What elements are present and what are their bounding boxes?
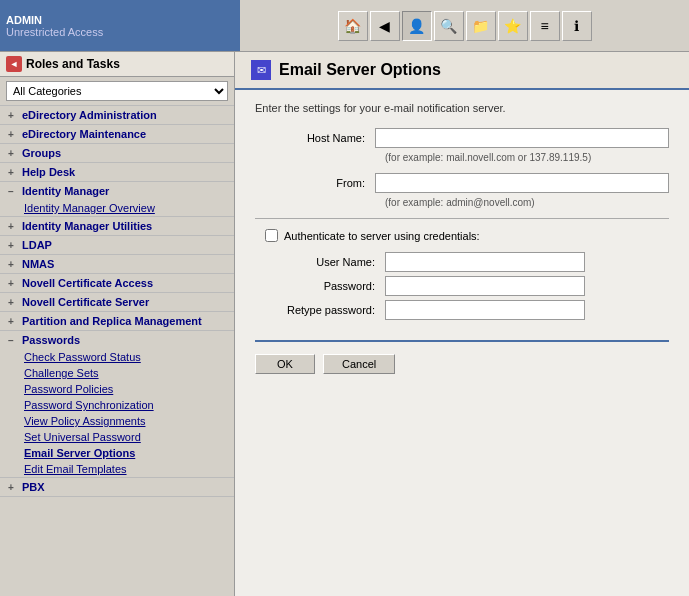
sidebar-group-ldap: +LDAP bbox=[0, 236, 234, 255]
sidebar-scroll-area: +eDirectory Administration+eDirectory Ma… bbox=[0, 106, 234, 590]
host-name-label: Host Name: bbox=[255, 132, 375, 144]
sidebar-group-label-edirectory-admin: eDirectory Administration bbox=[22, 109, 157, 121]
sidebar-group-header-novell-cert-access[interactable]: +Novell Certificate Access bbox=[0, 274, 234, 292]
sidebar-link-view-policy-assignments[interactable]: View Policy Assignments bbox=[18, 413, 234, 429]
home-icon-btn[interactable]: 🏠 bbox=[338, 11, 368, 41]
folder-icon-btn[interactable]: 📁 bbox=[466, 11, 496, 41]
password-row: Password: bbox=[265, 276, 669, 296]
sidebar-group-label-identity-manager-utilities: Identity Manager Utilities bbox=[22, 220, 152, 232]
from-label: From: bbox=[255, 177, 375, 189]
content-body: Enter the settings for your e-mail notif… bbox=[235, 90, 689, 386]
expand-icon-identity-manager-utilities: + bbox=[8, 221, 18, 232]
expand-icon-novell-cert-server: + bbox=[8, 297, 18, 308]
password-input[interactable] bbox=[385, 276, 585, 296]
sidebar-group-label-ldap: LDAP bbox=[22, 239, 52, 251]
sidebar-group-partition-replica: +Partition and Replica Management bbox=[0, 312, 234, 331]
info-icon-btn[interactable]: ℹ bbox=[562, 11, 592, 41]
sidebar-group-label-help-desk: Help Desk bbox=[22, 166, 75, 178]
sidebar-group-passwords: –PasswordsCheck Password StatusChallenge… bbox=[0, 331, 234, 478]
sidebar-group-header-identity-manager[interactable]: –Identity Manager bbox=[0, 182, 234, 200]
expand-icon-identity-manager: – bbox=[8, 186, 18, 197]
sidebar-group-label-partition-replica: Partition and Replica Management bbox=[22, 315, 202, 327]
admin-sublabel: Unrestricted Access bbox=[6, 26, 234, 38]
ok-button[interactable]: OK bbox=[255, 354, 315, 374]
user-icon-btn[interactable]: 👤 bbox=[402, 11, 432, 41]
expand-icon-pbx: + bbox=[8, 482, 18, 493]
sidebar-group-label-edirectory-maint: eDirectory Maintenance bbox=[22, 128, 146, 140]
sidebar-group-identity-manager: –Identity ManagerIdentity Manager Overvi… bbox=[0, 182, 234, 217]
password-label: Password: bbox=[265, 280, 385, 292]
sidebar-group-header-nmas[interactable]: +NMAS bbox=[0, 255, 234, 273]
host-name-hint: (for example: mail.novell.com or 137.89.… bbox=[385, 152, 669, 163]
sidebar-title: Roles and Tasks bbox=[26, 57, 120, 71]
content-header: ✉ Email Server Options bbox=[235, 52, 689, 90]
user-name-input[interactable] bbox=[385, 252, 585, 272]
sidebar-header: ◄ Roles and Tasks bbox=[0, 52, 234, 77]
authenticate-checkbox[interactable] bbox=[265, 229, 278, 242]
sidebar-group-edirectory-admin: +eDirectory Administration bbox=[0, 106, 234, 125]
sidebar-link-set-universal-password[interactable]: Set Universal Password bbox=[18, 429, 234, 445]
sidebar-group-pbx: +PBX bbox=[0, 478, 234, 497]
button-row: OK Cancel bbox=[255, 340, 669, 374]
sidebar-group-header-ldap[interactable]: +LDAP bbox=[0, 236, 234, 254]
sidebar-group-header-help-desk[interactable]: +Help Desk bbox=[0, 163, 234, 181]
sidebar-group-groups: +Groups bbox=[0, 144, 234, 163]
sidebar-group-label-pbx: PBX bbox=[22, 481, 45, 493]
header: ADMIN Unrestricted Access 🏠 ◀ 👤 🔍 📁 ⭐ ≡ … bbox=[0, 0, 689, 52]
category-select[interactable]: All Categories bbox=[6, 81, 228, 101]
expand-icon-edirectory-maint: + bbox=[8, 129, 18, 140]
sidebar: ◄ Roles and Tasks All Categories +eDirec… bbox=[0, 52, 235, 596]
sidebar-link-identity-manager-overview[interactable]: Identity Manager Overview bbox=[18, 200, 234, 216]
sidebar-group-header-pbx[interactable]: +PBX bbox=[0, 478, 234, 496]
sidebar-group-identity-manager-utilities: +Identity Manager Utilities bbox=[0, 217, 234, 236]
content-title: Email Server Options bbox=[279, 61, 441, 79]
retype-password-input[interactable] bbox=[385, 300, 585, 320]
expand-icon-help-desk: + bbox=[8, 167, 18, 178]
sidebar-group-header-novell-cert-server[interactable]: +Novell Certificate Server bbox=[0, 293, 234, 311]
sidebar-group-label-passwords: Passwords bbox=[22, 334, 80, 346]
content-description: Enter the settings for your e-mail notif… bbox=[255, 102, 669, 114]
sidebar-link-edit-email-templates[interactable]: Edit Email Templates bbox=[18, 461, 234, 477]
sidebar-group-label-nmas: NMAS bbox=[22, 258, 54, 270]
search-icon-btn[interactable]: 🔍 bbox=[434, 11, 464, 41]
list-icon-btn[interactable]: ≡ bbox=[530, 11, 560, 41]
sidebar-link-password-synchronization[interactable]: Password Synchronization bbox=[18, 397, 234, 413]
retype-password-row: Retype password: bbox=[265, 300, 669, 320]
sidebar-group-label-groups: Groups bbox=[22, 147, 61, 159]
admin-label: ADMIN bbox=[6, 14, 234, 26]
sidebar-link-password-policies[interactable]: Password Policies bbox=[18, 381, 234, 397]
star-icon-btn[interactable]: ⭐ bbox=[498, 11, 528, 41]
sidebar-group-header-groups[interactable]: +Groups bbox=[0, 144, 234, 162]
sidebar-group-novell-cert-access: +Novell Certificate Access bbox=[0, 274, 234, 293]
expand-icon-nmas: + bbox=[8, 259, 18, 270]
expand-icon-partition-replica: + bbox=[8, 316, 18, 327]
authenticate-label: Authenticate to server using credentials… bbox=[284, 230, 480, 242]
credentials-section: User Name: Password: Retype password: bbox=[265, 252, 669, 320]
back-icon-btn[interactable]: ◀ bbox=[370, 11, 400, 41]
sidebar-group-help-desk: +Help Desk bbox=[0, 163, 234, 182]
from-input[interactable] bbox=[375, 173, 669, 193]
cancel-button[interactable]: Cancel bbox=[323, 354, 395, 374]
form-divider bbox=[255, 218, 669, 219]
main-layout: ◄ Roles and Tasks All Categories +eDirec… bbox=[0, 52, 689, 596]
authenticate-row: Authenticate to server using credentials… bbox=[265, 229, 669, 242]
sidebar-group-header-passwords[interactable]: –Passwords bbox=[0, 331, 234, 349]
sidebar-link-check-password-status[interactable]: Check Password Status bbox=[18, 349, 234, 365]
sidebar-link-challenge-sets[interactable]: Challenge Sets bbox=[18, 365, 234, 381]
email-server-icon: ✉ bbox=[251, 60, 271, 80]
expand-icon-passwords: – bbox=[8, 335, 18, 346]
sidebar-group-header-identity-manager-utilities[interactable]: +Identity Manager Utilities bbox=[0, 217, 234, 235]
header-toolbar: 🏠 ◀ 👤 🔍 📁 ⭐ ≡ ℹ bbox=[240, 0, 689, 51]
sidebar-group-novell-cert-server: +Novell Certificate Server bbox=[0, 293, 234, 312]
user-name-row: User Name: bbox=[265, 252, 669, 272]
sidebar-group-nmas: +NMAS bbox=[0, 255, 234, 274]
sidebar-group-label-novell-cert-access: Novell Certificate Access bbox=[22, 277, 153, 289]
sidebar-group-label-novell-cert-server: Novell Certificate Server bbox=[22, 296, 149, 308]
sidebar-group-header-partition-replica[interactable]: +Partition and Replica Management bbox=[0, 312, 234, 330]
sidebar-group-header-edirectory-maint[interactable]: +eDirectory Maintenance bbox=[0, 125, 234, 143]
sidebar-group-header-edirectory-admin[interactable]: +eDirectory Administration bbox=[0, 106, 234, 124]
sidebar-link-email-server-options[interactable]: Email Server Options bbox=[18, 445, 234, 461]
from-hint: (for example: admin@novell.com) bbox=[385, 197, 669, 208]
expand-icon-novell-cert-access: + bbox=[8, 278, 18, 289]
host-name-input[interactable] bbox=[375, 128, 669, 148]
